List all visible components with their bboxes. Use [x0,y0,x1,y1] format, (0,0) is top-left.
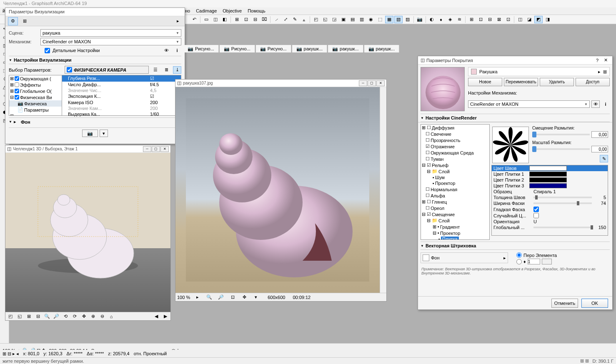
blur-scale-slider[interactable] [532,146,536,152]
param-list[interactable]: Глубина Резк...☑ Число Диафр...f/4.5 Зна… [62,75,181,116]
tool-icon[interactable]: ⊟ [486,16,494,23]
minimize-button[interactable]: ─ [143,146,151,152]
doc-tab[interactable]: 📷ракушк... [364,45,399,52]
pen-input[interactable] [528,259,540,264]
menu-icon[interactable]: ▸ [598,69,601,75]
nav-icon[interactable]: ⌂ [107,313,115,320]
doc-tab[interactable]: 📷Рисуно... [183,45,219,52]
nav-icon[interactable]: ⊞ [25,313,33,320]
dropdown-icon[interactable]: ▸ [503,255,506,261]
smooth-check[interactable] [533,207,539,212]
scene-combo[interactable]: ракушка▼ [40,29,181,37]
nav-icon[interactable]: ◰ [6,313,15,320]
tool-icon[interactable]: ⊞ [467,16,476,23]
tool-icon[interactable]: ◧ [220,16,229,23]
render-viewport[interactable] [175,87,380,293]
size-button[interactable]: ⊞ [20,17,29,25]
minimize-button[interactable]: ─ [359,80,367,86]
tool-icon[interactable]: ⊟ [251,16,259,23]
rename-button[interactable]: Переименовать [504,78,538,86]
tool-icon[interactable]: ▭ [202,16,210,23]
3d-viewport[interactable] [5,153,170,312]
blur-offset-input[interactable] [591,131,608,138]
blur-scale-input[interactable] [591,146,608,152]
param-tree[interactable]: ⊞ Окружающая ( ⊞ Эффекты ⊞ Глобальное О(… [9,75,62,116]
detail-checkbox[interactable] [45,48,50,53]
eye-icon[interactable]: 👁 [591,100,600,108]
hatch-swatch[interactable] [423,254,429,261]
menu-help[interactable]: Помощь [248,8,265,14]
collapse-button[interactable]: ▸ [174,17,182,25]
zoom-icon[interactable]: 🔍 [205,294,213,301]
tool-icon[interactable]: ▨ [403,16,412,23]
slider[interactable] [533,227,592,228]
tool-icon[interactable]: ◱ [321,16,329,23]
browse-icon[interactable]: ⊞ [603,69,607,75]
camera-check[interactable] [67,67,72,72]
tool-icon[interactable]: ◐ [428,16,436,23]
doc-tab[interactable]: 📷Рисуно... [220,45,255,52]
tool-icon[interactable]: ⊡ [476,16,485,23]
color-row[interactable]: Цвет Плитки 1 [492,171,608,177]
background-section[interactable]: Фон [21,120,30,125]
fit-icon[interactable]: ⊡ [228,294,237,301]
tool-icon[interactable]: ◪ [525,16,533,23]
render-camera-icon[interactable]: 📷 [82,130,98,137]
menu-objective[interactable]: Objective [223,8,242,14]
eye-icon[interactable]: 👁 [162,47,170,54]
hand-icon[interactable]: ✥ [240,294,248,301]
tool-icon[interactable]: ⟁ [300,16,308,23]
tool-icon[interactable]: ⬚ [376,16,384,23]
info-icon[interactable]: i [601,100,610,108]
color-row[interactable]: Цвет Швов [492,165,608,171]
edit-icon[interactable]: ✎ [600,155,608,162]
tool-icon[interactable]: ◫ [516,16,524,23]
tool-icon[interactable]: ▥ [358,16,366,23]
gear-button[interactable]: ⚙ [8,17,18,25]
tool-icon[interactable]: ◫ [211,16,220,23]
tool-icon[interactable]: ⊡ [504,16,512,23]
tool-icon[interactable]: ▤ [348,16,357,23]
doc-tab[interactable]: 📷ракушк... [292,45,327,52]
tool-icon[interactable]: ⌧ [260,16,268,23]
tool-icon[interactable]: ▧ [394,16,403,23]
tool-icon[interactable]: ◲ [330,16,338,23]
cancel-button[interactable]: Отменить [551,299,578,308]
nav-icon[interactable]: ⊟ [34,313,42,320]
nav-icon[interactable]: ▸ [193,294,202,301]
nav-icon[interactable]: ◀ [152,313,160,320]
color-swatch[interactable] [471,69,477,75]
nav-icon[interactable]: ⟲ [61,313,70,320]
close-button[interactable]: ✕ [601,57,610,63]
maximize-button[interactable]: ▢ [152,146,160,152]
info-icon[interactable]: i [173,47,181,54]
vertical-scrollbar[interactable] [380,87,386,293]
tool-icon[interactable]: ◩ [534,16,543,23]
list-mode-icon[interactable]: ≣ [162,66,170,74]
zoom-icon[interactable]: 🔍 [43,313,51,320]
close-button[interactable]: ✕ [376,80,385,86]
slider[interactable] [533,202,592,204]
doc-tab[interactable]: 📷ракушк... [328,45,363,52]
nav-icon[interactable]: ▾ [252,294,260,301]
tool-icon[interactable]: ▦ [385,16,393,23]
tool-icon[interactable]: ◈ [446,16,454,23]
nav-icon[interactable]: ⊖ [98,313,106,320]
engine-combo[interactable]: CineRender от MAXON▼ [40,38,181,45]
slider[interactable] [533,197,592,198]
ok-button[interactable]: OK [581,299,608,308]
tool-icon[interactable]: ≋ [455,16,463,23]
close-button[interactable]: ✕ [160,146,169,152]
nav-icon[interactable]: ◱ [15,313,24,320]
render-dropdown-icon[interactable]: ▾ [100,130,108,137]
blur-offset-slider[interactable] [532,132,536,137]
color-row[interactable]: Цвет Плитки 2 [492,177,608,183]
tool-icon[interactable]: ⊡ [242,16,250,23]
nav-icon[interactable]: ⟳ [70,313,79,320]
delete-button[interactable]: Удалить [540,78,574,86]
tool-icon[interactable]: ✎ [290,16,299,23]
tool-icon[interactable]: ⊠ [495,16,503,23]
doc-tab[interactable]: 📷Рисуно... [256,45,291,52]
settings-section-header[interactable]: Настройки Визуализации [9,56,181,64]
new-button[interactable]: Новое [468,78,502,86]
